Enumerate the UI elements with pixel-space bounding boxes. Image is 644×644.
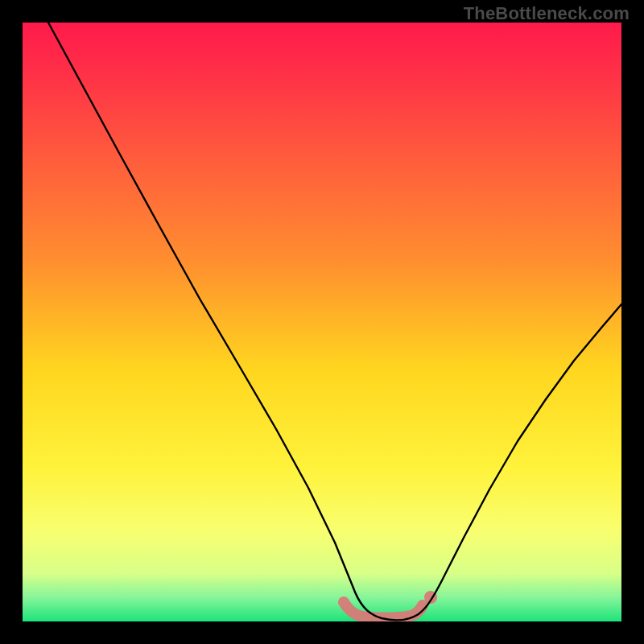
bottleneck-curve-left [48, 23, 621, 620]
curve-layer [23, 23, 621, 621]
chart-frame: TheBottleneck.com [0, 0, 644, 644]
bottom-marker [344, 602, 423, 618]
watermark-text: TheBottleneck.com [464, 3, 630, 24]
plot-area [23, 23, 621, 621]
